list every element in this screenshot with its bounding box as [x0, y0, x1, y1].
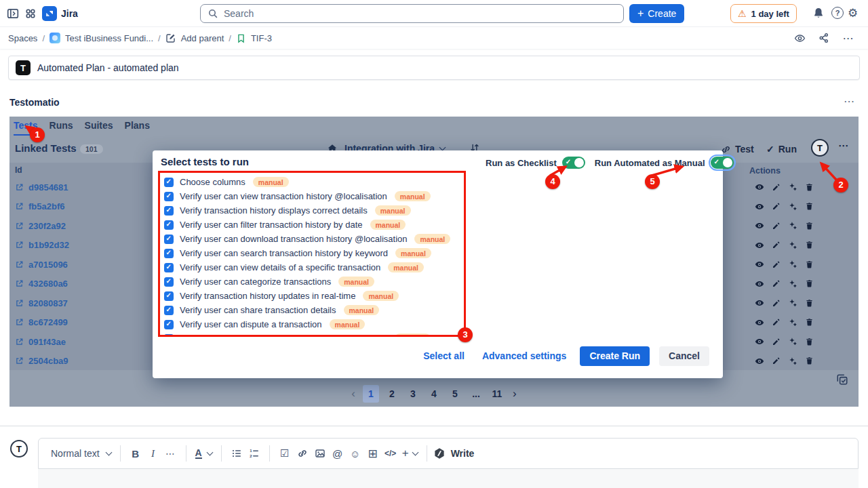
edit-row-icon[interactable] [772, 241, 781, 249]
checkbox-checked-icon[interactable] [164, 277, 174, 287]
ai-icon[interactable] [788, 182, 797, 192]
view-icon[interactable] [755, 318, 764, 327]
view-icon[interactable] [755, 298, 764, 308]
create-run-button[interactable]: Create Run [580, 346, 650, 366]
cancel-button[interactable]: Cancel [659, 346, 709, 366]
notifications-bell-icon[interactable] [812, 7, 825, 19]
text-color-dropdown[interactable]: A [193, 443, 215, 464]
edit-row-icon[interactable] [772, 338, 781, 346]
test-checkbox-row[interactable]: Verify user can view transaction history… [164, 331, 464, 337]
pagination-page[interactable]: ... [468, 385, 484, 403]
view-icon[interactable] [755, 221, 764, 230]
pagination-page[interactable]: 3 [405, 385, 421, 403]
share-icon[interactable] [815, 30, 833, 46]
delete-icon[interactable] [805, 202, 814, 211]
text-style-dropdown[interactable]: Normal text [48, 443, 114, 464]
test-id-link[interactable]: fb5a2bf6 [15, 201, 64, 211]
test-checkbox-row[interactable]: Verify user can view details of a specif… [164, 260, 464, 274]
pagination-prev-icon[interactable]: ‹ [349, 387, 358, 401]
ai-icon[interactable] [788, 357, 797, 366]
pagination-next-icon[interactable]: › [510, 387, 519, 401]
view-icon[interactable] [755, 337, 764, 346]
page-more-icon[interactable]: ⋯ [840, 30, 857, 46]
test-checkbox-row[interactable]: Verify user can search transaction histo… [164, 246, 464, 260]
editor-content-area[interactable] [38, 469, 859, 488]
breadcrumb-issue-key[interactable]: TIF-3 [251, 33, 272, 43]
delete-icon[interactable] [805, 299, 814, 308]
checkbox-checked-icon[interactable] [164, 334, 174, 338]
write-button[interactable]: Write [433, 447, 475, 460]
plugin-tab[interactable]: Suites [85, 117, 113, 136]
app-name[interactable]: Jira [61, 8, 78, 19]
delete-icon[interactable] [805, 260, 814, 269]
ai-icon[interactable] [788, 298, 797, 308]
breadcrumb-add-parent[interactable]: Add parent [181, 33, 224, 43]
run-button[interactable]: ✓ Run [766, 140, 797, 158]
search-bar[interactable] [200, 4, 624, 23]
ai-icon[interactable] [788, 202, 797, 211]
delete-icon[interactable] [805, 222, 814, 230]
test-checkbox-row[interactable]: Choose columns manual [164, 175, 464, 189]
mention-icon[interactable]: @ [329, 443, 347, 464]
create-button[interactable]: + Create [629, 4, 684, 23]
checkbox-checked-icon[interactable] [164, 263, 174, 272]
test-id-link[interactable]: b1b92d32 [15, 240, 69, 250]
test-checkbox-row[interactable]: Verify user can filter transaction histo… [164, 218, 464, 232]
jira-logo-icon[interactable] [42, 6, 57, 21]
checkbox-checked-icon[interactable] [164, 192, 174, 201]
test-id-link[interactable]: 82080837 [15, 298, 68, 308]
image-icon[interactable] [311, 443, 329, 464]
insert-dropdown[interactable]: + [399, 443, 420, 464]
gear-icon[interactable]: ⚙ [848, 6, 858, 20]
breadcrumb-spaces[interactable]: Spaces [8, 33, 37, 43]
delete-icon[interactable] [805, 357, 814, 365]
sidebar-toggle-icon[interactable] [7, 7, 19, 20]
view-icon[interactable] [755, 279, 764, 289]
watch-icon[interactable] [791, 30, 808, 46]
delete-icon[interactable] [805, 183, 814, 192]
checkbox-checked-icon[interactable] [164, 306, 174, 315]
select-all-icon[interactable] [836, 373, 848, 386]
run-as-checklist-toggle[interactable] [562, 157, 585, 169]
trial-days-left-button[interactable]: ⚠ 1 day left [730, 4, 797, 23]
checkbox-checked-icon[interactable] [164, 249, 174, 258]
view-icon[interactable] [755, 260, 764, 269]
checkbox-checked-icon[interactable] [164, 178, 174, 187]
edit-row-icon[interactable] [772, 202, 781, 211]
bullet-list-icon[interactable] [228, 443, 245, 464]
bold-button[interactable]: B [127, 443, 144, 464]
edit-row-icon[interactable] [772, 279, 781, 288]
checkbox-checked-icon[interactable] [164, 235, 174, 244]
edit-row-icon[interactable] [772, 357, 781, 365]
ai-icon[interactable] [788, 241, 797, 250]
breadcrumb-space-name[interactable]: Test iBusiness Fundi... [65, 33, 153, 43]
view-icon[interactable] [755, 357, 764, 366]
view-icon[interactable] [755, 202, 764, 211]
edit-row-icon[interactable] [772, 318, 781, 327]
linked-tests-more-icon[interactable]: ⋯ [838, 140, 849, 152]
test-checkbox-row[interactable]: Verify user can download transaction his… [164, 232, 464, 246]
checkbox-checked-icon[interactable] [164, 220, 174, 230]
pagination-page[interactable]: 4 [426, 385, 442, 403]
ai-icon[interactable] [788, 279, 797, 289]
test-checkbox-row[interactable]: Verify user can view transaction history… [164, 189, 464, 203]
test-checkbox-row[interactable]: Verify user can share transaction detail… [164, 303, 464, 317]
plugin-tab[interactable]: Plans [125, 117, 150, 136]
testomatio-logo-icon[interactable]: T [811, 139, 829, 157]
delete-icon[interactable] [805, 338, 814, 346]
ai-icon[interactable] [788, 260, 797, 269]
test-id-link[interactable]: 091f43ae [15, 337, 66, 347]
edit-row-icon[interactable] [772, 260, 781, 269]
ai-icon[interactable] [788, 221, 797, 230]
help-icon[interactable]: ? [831, 7, 844, 19]
edit-row-icon[interactable] [772, 299, 781, 308]
ordered-list-icon[interactable] [245, 443, 263, 464]
delete-icon[interactable] [805, 318, 814, 327]
plugin-tab[interactable]: Runs [50, 117, 73, 136]
text-format-more-icon[interactable]: ⋯ [162, 443, 180, 464]
pagination-page[interactable]: 5 [447, 385, 463, 403]
test-checkbox-row[interactable]: Verify transaction history updates in re… [164, 289, 464, 303]
view-icon[interactable] [755, 241, 764, 250]
test-id-link[interactable]: d9854681 [15, 182, 68, 192]
test-checkbox-row[interactable]: Verify user can categorize transactions … [164, 274, 464, 289]
